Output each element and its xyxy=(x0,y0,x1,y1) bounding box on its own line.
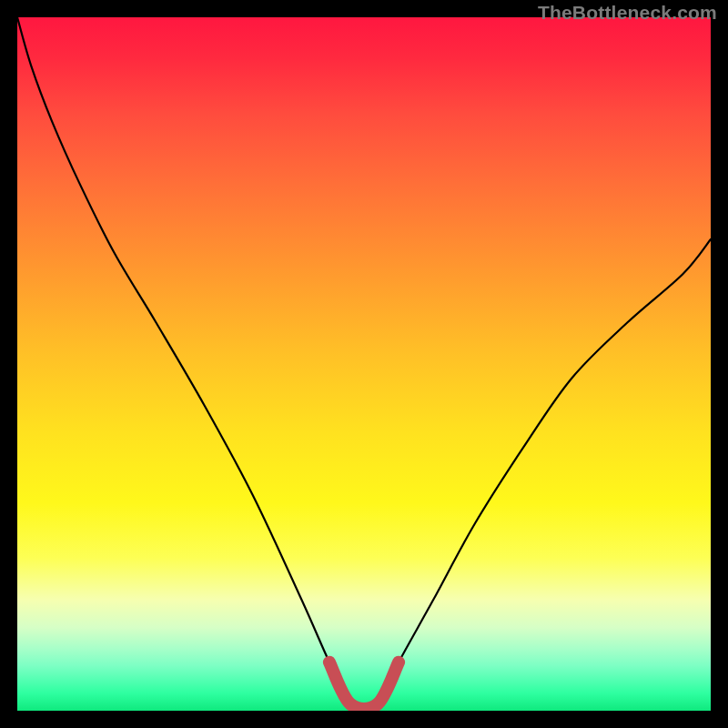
watermark-text: TheBottleneck.com xyxy=(538,2,717,24)
chart-frame: TheBottleneck.com xyxy=(0,0,728,728)
chart-plot-area xyxy=(17,17,711,711)
bottom-plateau-highlight xyxy=(329,662,399,709)
bottleneck-curve xyxy=(17,17,711,709)
chart-svg xyxy=(17,17,711,711)
